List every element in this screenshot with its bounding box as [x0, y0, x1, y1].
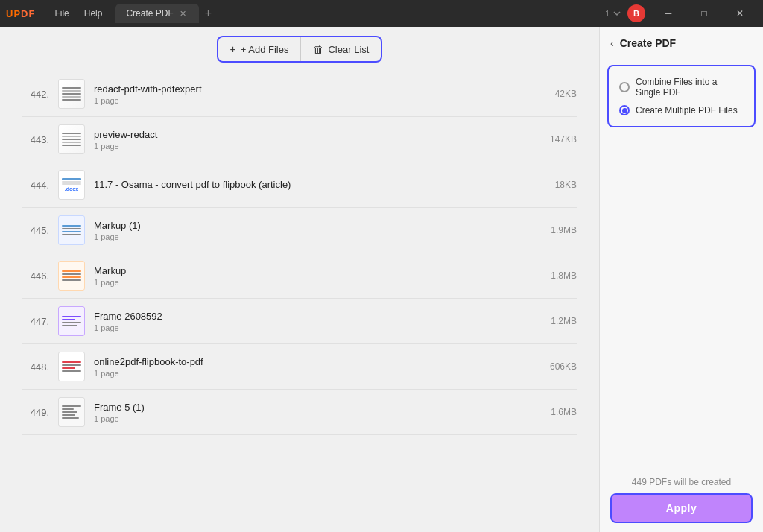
file-thumbnail [58, 397, 85, 427]
toolbar: + + Add Files 🗑 Clear List [0, 27, 599, 72]
file-info: Markup 1 page [94, 265, 523, 287]
tab-create-pdf[interactable]: Create PDF ✕ [115, 4, 198, 23]
file-thumbnail [58, 261, 85, 291]
file-name: Frame 2608592 [94, 311, 523, 322]
tabs-area: Create PDF ✕ + [115, 4, 604, 23]
back-icon[interactable]: ‹ [610, 37, 614, 49]
titlebar: UPDF File Help Create PDF ✕ + 1 B ─ □ ✕ [0, 0, 763, 27]
menu-file[interactable]: File [47, 5, 76, 22]
file-number: 448. [22, 361, 49, 373]
pdf-count-text: 449 PDFs will be created [632, 477, 731, 487]
file-name: Markup [94, 265, 523, 276]
table-row: 442. redact-pdf-with-pdfexpert 1 page 42… [22, 72, 577, 117]
file-size: 1.6MB [532, 407, 577, 417]
clear-list-button[interactable]: 🗑 Clear List [300, 37, 381, 61]
menu-help[interactable]: Help [77, 5, 110, 22]
file-number: 445. [22, 225, 49, 236]
tab-close-icon[interactable]: ✕ [178, 8, 189, 19]
file-thumbnail [58, 352, 85, 381]
clear-list-label: Clear List [328, 44, 369, 55]
app-logo: UPDF [6, 8, 35, 19]
file-number: 444. [22, 180, 49, 191]
file-info: 11.7 - Osama - convert pdf to flipbook (… [94, 179, 523, 191]
add-files-label: + Add Files [241, 44, 289, 55]
panel-title: Create PDF [620, 37, 676, 49]
file-list-area: + + Add Files 🗑 Clear List 442. [0, 27, 599, 532]
minimize-button[interactable]: ─ [651, 1, 686, 25]
file-name: 11.7 - Osama - convert pdf to flipbook (… [94, 179, 523, 190]
table-row: 449. Frame 5 (1) 1 page 1.6MB [22, 390, 577, 435]
file-name: redact-pdf-with-pdfexpert [94, 83, 523, 95]
window-controls: ─ □ ✕ [651, 1, 757, 25]
chevron-down-icon [612, 9, 621, 18]
file-info: Frame 5 (1) 1 page [94, 402, 523, 423]
file-size: 42KB [532, 89, 577, 99]
file-info: redact-pdf-with-pdfexpert 1 page [94, 83, 523, 105]
file-pages: 1 page [94, 278, 523, 287]
radio-inner-dot [622, 108, 627, 113]
file-size: 1.9MB [532, 225, 577, 235]
file-pages: 1 page [94, 414, 523, 423]
option-combine[interactable]: Combine Files into a Single PDF [619, 77, 744, 98]
add-icon: + [230, 43, 236, 55]
new-tab-icon[interactable]: + [199, 7, 218, 20]
table-row: 447. Frame 2608592 1 page 1.2MB [22, 299, 577, 344]
file-number: 447. [22, 316, 49, 327]
table-row: 448. online2pdf-flipbook-to-pdf 1 page 6… [22, 344, 577, 390]
panel-header: ‹ Create PDF [600, 27, 763, 57]
apply-button[interactable]: Apply [610, 493, 753, 523]
file-thumbnail [58, 306, 85, 336]
tab-label: Create PDF [126, 8, 173, 19]
file-size: 147KB [532, 134, 577, 145]
file-pages: 1 page [94, 232, 523, 241]
panel-options: Combine Files into a Single PDF Create M… [607, 65, 756, 127]
file-info: online2pdf-flipbook-to-pdf 1 page [94, 356, 523, 378]
close-button[interactable]: ✕ [723, 1, 757, 25]
table-row: 444. .docx 11.7 - Osama - convert pdf to… [22, 162, 577, 208]
file-thumbnail [58, 124, 85, 154]
option-multiple[interactable]: Create Multiple PDF Files [619, 105, 744, 115]
file-info: Markup (1) 1 page [94, 220, 523, 241]
titlebar-right: 1 B [605, 4, 651, 22]
table-row: 445. Markup (1) 1 page 1.9MB [22, 208, 577, 253]
file-size: 606KB [532, 361, 577, 372]
file-number: 443. [22, 134, 49, 145]
option-combine-label: Combine Files into a Single PDF [636, 77, 744, 98]
table-row: 446. Markup 1 page 1.8MB [22, 253, 577, 299]
file-pages: 1 page [94, 96, 523, 105]
file-list: 442. redact-pdf-with-pdfexpert 1 page 42… [0, 72, 599, 532]
file-thumbnail: .docx [58, 170, 85, 200]
logo-df: DF [21, 8, 35, 19]
menu-bar: File Help [47, 5, 110, 22]
file-info: preview-redact 1 page [94, 129, 523, 151]
logo-up: UP [6, 8, 21, 19]
table-row: 443. preview-redact 1 page 147KB [22, 117, 577, 162]
radio-combine[interactable] [619, 82, 630, 92]
file-number: 446. [22, 270, 49, 282]
file-size: 1.8MB [532, 270, 577, 281]
main-content: + + Add Files 🗑 Clear List 442. [0, 27, 763, 532]
panel-bottom: 449 PDFs will be created Apply [600, 468, 763, 532]
file-number: 449. [22, 407, 49, 418]
page-indicator: 1 [605, 9, 610, 18]
file-pages: 1 page [94, 142, 523, 151]
user-avatar[interactable]: B [627, 4, 645, 22]
file-thumbnail [58, 215, 85, 245]
radio-multiple[interactable] [619, 105, 630, 115]
file-size: 18KB [532, 180, 577, 190]
add-files-button[interactable]: + + Add Files [218, 37, 301, 61]
trash-icon: 🗑 [313, 43, 323, 55]
file-number: 442. [22, 89, 49, 100]
file-pages: 1 page [94, 323, 523, 332]
file-name: Markup (1) [94, 220, 523, 231]
file-size: 1.2MB [532, 316, 577, 326]
maximize-button[interactable]: □ [687, 1, 721, 25]
file-name: preview-redact [94, 129, 523, 140]
right-panel: ‹ Create PDF Combine Files into a Single… [599, 27, 763, 532]
option-multiple-label: Create Multiple PDF Files [636, 105, 738, 115]
file-name: Frame 5 (1) [94, 402, 523, 413]
file-info: Frame 2608592 1 page [94, 311, 523, 332]
file-pages: 1 page [94, 369, 523, 378]
file-thumbnail [58, 79, 85, 109]
file-name: online2pdf-flipbook-to-pdf [94, 356, 523, 367]
